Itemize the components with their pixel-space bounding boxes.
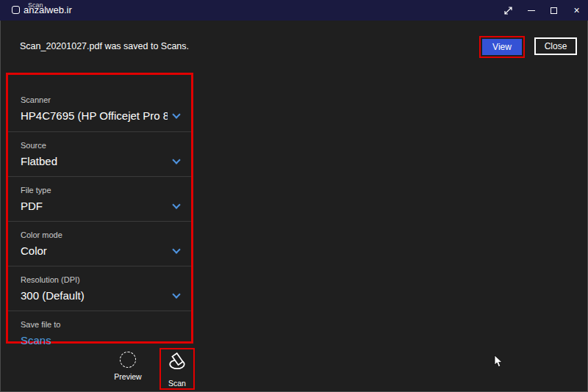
chevron-down-icon[interactable]: [172, 110, 180, 118]
window-controls: ×: [497, 0, 588, 21]
resolution-label: Resolution (DPI): [21, 275, 191, 284]
scanner-value: HP4C7695 (HP Officejet Pro 8620: [21, 109, 168, 122]
mouse-cursor: [494, 355, 504, 369]
option-group-resolution[interactable]: Resolution (DPI) 300 (Default): [8, 266, 191, 311]
view-button-annotation: View: [479, 36, 525, 58]
option-group-source[interactable]: Source Flatbed: [8, 131, 191, 176]
watermark-logo-icon: [12, 6, 20, 14]
maximize-icon: [551, 7, 557, 14]
scan-button-annotation: Scan: [159, 348, 195, 390]
titlebar-close-button[interactable]: ×: [565, 0, 588, 21]
chevron-down-icon[interactable]: [172, 156, 180, 164]
saved-notification-text: Scan_20201027.pdf was saved to Scans.: [20, 41, 189, 51]
minimize-icon: [528, 10, 535, 11]
watermark-text: anzalweb.ir: [24, 4, 72, 15]
scan-button[interactable]: Scan: [161, 352, 193, 388]
titlebar: Scan anzalweb.ir ×: [0, 0, 588, 21]
fullscreen-button[interactable]: [497, 0, 520, 21]
save-file-to-label: Save file to: [21, 320, 191, 329]
scan-preview-area: [198, 66, 588, 392]
minimize-button[interactable]: [520, 0, 542, 21]
view-button[interactable]: View: [482, 39, 522, 55]
scan-app-window: { "window": { "title": "Scan", "watermar…: [0, 0, 588, 392]
scanner-label: Scanner: [21, 95, 191, 104]
diagonal-expand-arrows-icon: [504, 7, 512, 15]
color-mode-value: Color: [21, 244, 47, 257]
option-group-file-type[interactable]: File type PDF: [8, 176, 191, 221]
preview-dashed-circle-icon: [120, 352, 136, 368]
chevron-down-icon[interactable]: [172, 245, 180, 253]
file-type-label: File type: [21, 186, 191, 195]
chevron-down-icon[interactable]: [172, 290, 180, 298]
preview-button[interactable]: Preview: [110, 352, 146, 381]
preview-button-label: Preview: [110, 372, 146, 381]
file-type-value: PDF: [21, 200, 43, 212]
close-notification-button[interactable]: Close: [534, 37, 577, 55]
scanner-icon: [168, 352, 187, 371]
option-group-color-mode[interactable]: Color mode Color: [8, 221, 191, 266]
scan-options-panel: Scanner HP4C7695 (HP Officejet Pro 8620 …: [6, 73, 193, 344]
close-icon: ×: [573, 4, 579, 16]
maximize-button[interactable]: [542, 0, 565, 21]
source-value: Flatbed: [21, 155, 57, 167]
option-group-scanner[interactable]: Scanner HP4C7695 (HP Officejet Pro 8620: [8, 87, 191, 131]
save-location-link[interactable]: Scans: [21, 334, 51, 346]
scan-button-label: Scan: [161, 379, 193, 388]
chevron-down-icon[interactable]: [172, 200, 180, 208]
resolution-value: 300 (Default): [21, 289, 85, 302]
color-mode-label: Color mode: [21, 231, 191, 239]
source-label: Source: [21, 141, 191, 150]
watermark: anzalweb.ir: [12, 4, 72, 15]
